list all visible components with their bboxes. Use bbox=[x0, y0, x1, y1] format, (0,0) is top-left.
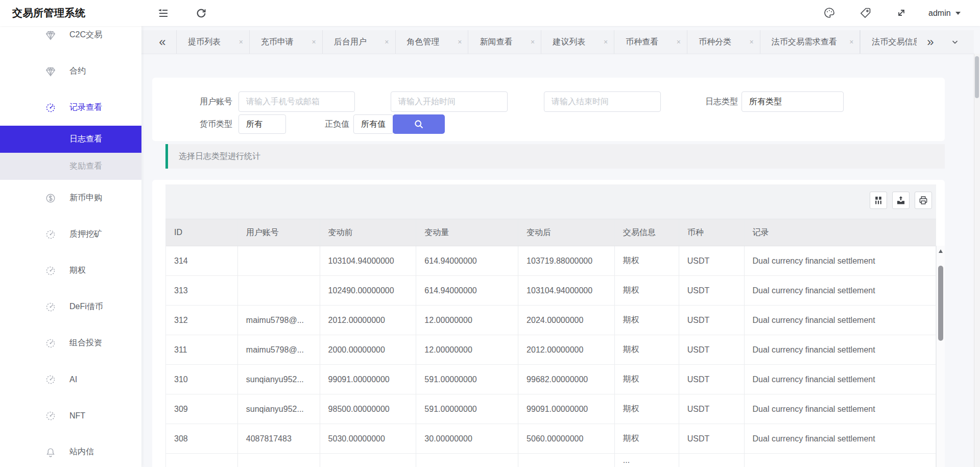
page-scrollbar[interactable] bbox=[974, 54, 980, 467]
cell-id: 309 bbox=[166, 394, 238, 424]
tab[interactable]: 新闻查看 × bbox=[468, 30, 541, 54]
close-icon[interactable]: × bbox=[458, 38, 462, 46]
cell-id: 314 bbox=[166, 246, 238, 275]
cell-after: 5060.00000000 bbox=[518, 424, 615, 453]
fullscreen-icon[interactable] bbox=[895, 7, 907, 19]
sidebar-item[interactable]: AI bbox=[0, 361, 141, 398]
refresh-icon[interactable] bbox=[195, 7, 207, 19]
tab-label: 法币交易信息查 bbox=[872, 37, 917, 48]
scroll-up-arrow-icon[interactable] bbox=[939, 249, 943, 253]
tab[interactable]: 建议列表 × bbox=[541, 30, 614, 54]
close-icon[interactable]: × bbox=[849, 38, 853, 46]
currency-type-label: 货币类型 bbox=[181, 114, 232, 134]
tab[interactable]: 角色管理 × bbox=[395, 30, 468, 54]
page-scrollbar-thumb[interactable] bbox=[975, 56, 979, 98]
end-time-input[interactable] bbox=[544, 91, 661, 112]
cell-record: Dual currency financial settlement bbox=[745, 424, 936, 453]
header-cell: 变动后 bbox=[518, 219, 615, 246]
close-icon[interactable]: × bbox=[677, 38, 681, 46]
cell-before: 102490.00000000 bbox=[320, 276, 417, 305]
sidebar-item[interactable]: 站内信 bbox=[0, 434, 141, 467]
dollar-icon bbox=[45, 193, 56, 204]
sidebar-item-label: NFT bbox=[69, 411, 85, 421]
cell-after: 103104.94000000 bbox=[518, 276, 615, 305]
sign-select[interactable]: 所有值 bbox=[353, 114, 393, 134]
sidebar-item[interactable]: 新币申购 bbox=[0, 180, 141, 216]
cell-coin: USDT bbox=[679, 365, 745, 394]
tab[interactable]: 法币交易信息查 × bbox=[860, 30, 917, 54]
sidebar-item[interactable]: 奖励查看 bbox=[0, 153, 141, 180]
sidebar-menu: C2C交易 合约 记录查看 日志查看 奖励查看 新币申购 bbox=[0, 26, 141, 467]
close-icon[interactable]: × bbox=[385, 38, 389, 46]
search-button[interactable] bbox=[393, 114, 445, 134]
header-cell: 变动量 bbox=[416, 219, 518, 246]
columns-button[interactable] bbox=[870, 192, 887, 209]
top-header: 交易所管理系统 bbox=[0, 0, 980, 26]
cell-coin: USDT bbox=[679, 246, 745, 275]
table-row[interactable]: 309 sunqianyu952... 98500.00000000 591.0… bbox=[166, 394, 936, 424]
header-cell: 变动前 bbox=[320, 219, 417, 246]
account-input[interactable] bbox=[238, 91, 355, 112]
collapse-menu-icon[interactable] bbox=[157, 7, 170, 19]
sidebar-item[interactable]: C2C交易 bbox=[0, 26, 141, 53]
cell-trade-info: 期权 bbox=[615, 335, 679, 364]
close-icon[interactable]: × bbox=[531, 38, 535, 46]
cell-coin: USDT bbox=[679, 306, 745, 335]
sidebar-item[interactable]: 合约 bbox=[0, 53, 141, 89]
close-icon[interactable]: × bbox=[239, 38, 243, 46]
table-row[interactable]: 311 maimu5798@... 2000.00000000 12.00000… bbox=[166, 335, 936, 365]
close-icon[interactable]: × bbox=[750, 38, 754, 46]
tab[interactable]: 币种分类 × bbox=[687, 30, 760, 54]
cell-account: maimu5798@... bbox=[238, 306, 320, 335]
sidebar-item[interactable]: 日志查看 bbox=[0, 126, 141, 153]
tag-icon[interactable] bbox=[859, 7, 872, 19]
sidebar-item[interactable]: DeFi借币 bbox=[0, 289, 141, 325]
notice-bar: 选择日志类型进行统计 bbox=[165, 144, 945, 169]
close-icon[interactable]: × bbox=[604, 38, 608, 46]
palette-icon[interactable] bbox=[823, 7, 835, 19]
tab[interactable]: 法币交易需求查看 × bbox=[760, 30, 861, 54]
tab[interactable]: 后台用户 × bbox=[322, 30, 395, 54]
cell-before: 5030.00000000 bbox=[320, 424, 417, 453]
cell-record: Dual currency financial settlement bbox=[745, 276, 936, 305]
table-row-partial[interactable]: ... bbox=[166, 454, 936, 467]
cell-account: sunqianyu952... bbox=[238, 394, 320, 424]
header-cell: ID bbox=[166, 219, 238, 246]
export-button[interactable] bbox=[892, 192, 910, 209]
sidebar-item[interactable]: 记录查看 bbox=[0, 89, 141, 126]
table-row[interactable]: 314 103104.94000000 614.94000000 103719.… bbox=[166, 246, 936, 276]
table-scrollbar[interactable] bbox=[936, 246, 945, 467]
double-chevron-right-icon[interactable]: » bbox=[922, 30, 939, 54]
cell-account bbox=[238, 276, 320, 305]
log-type-select[interactable]: 所有类型 bbox=[742, 91, 844, 112]
double-chevron-left-icon[interactable]: « bbox=[154, 30, 171, 54]
sidebar-item[interactable]: NFT bbox=[0, 398, 141, 434]
table-row[interactable]: 313 102490.00000000 614.94000000 103104.… bbox=[166, 276, 936, 306]
print-button[interactable] bbox=[915, 192, 932, 209]
sidebar-item[interactable]: 期权 bbox=[0, 252, 141, 289]
close-icon[interactable]: × bbox=[312, 38, 316, 46]
sidebar: C2C交易 合约 记录查看 日志查看 奖励查看 新币申购 bbox=[0, 26, 141, 467]
cell-amount: 591.00000000 bbox=[416, 394, 518, 424]
sidebar-item-label: 期权 bbox=[69, 265, 86, 276]
tab[interactable]: 充币申请 × bbox=[249, 30, 322, 54]
gauge-icon bbox=[45, 265, 56, 276]
table-scrollbar-thumb[interactable] bbox=[938, 266, 943, 341]
sidebar-item[interactable]: 质押挖矿 bbox=[0, 216, 141, 252]
user-menu[interactable]: admin bbox=[928, 0, 961, 26]
sidebar-item-label: AI bbox=[69, 375, 77, 384]
sidebar-item[interactable]: 组合投资 bbox=[0, 325, 141, 361]
log-table: ID用户账号变动前变动量变动后交易信息币种记录 314 103104.94000… bbox=[165, 219, 936, 467]
table-row[interactable]: 310 sunqianyu952... 99091.00000000 591.0… bbox=[166, 365, 936, 394]
table-row[interactable]: 308 4087817483 5030.00000000 30.00000000… bbox=[166, 424, 936, 454]
start-time-input[interactable] bbox=[391, 91, 508, 112]
tab[interactable]: 提币列表 × bbox=[176, 30, 249, 54]
currency-type-select[interactable]: 所有 bbox=[238, 114, 286, 134]
chevron-down-icon[interactable] bbox=[946, 30, 964, 54]
columns-icon bbox=[873, 195, 883, 205]
table-row[interactable]: 312 maimu5798@... 2012.00000000 12.00000… bbox=[166, 306, 936, 335]
cell-id: 312 bbox=[166, 306, 238, 335]
tab[interactable]: 币种查看 × bbox=[614, 30, 687, 54]
cell-amount: 12.00000000 bbox=[416, 306, 518, 335]
gauge-icon bbox=[45, 301, 56, 313]
